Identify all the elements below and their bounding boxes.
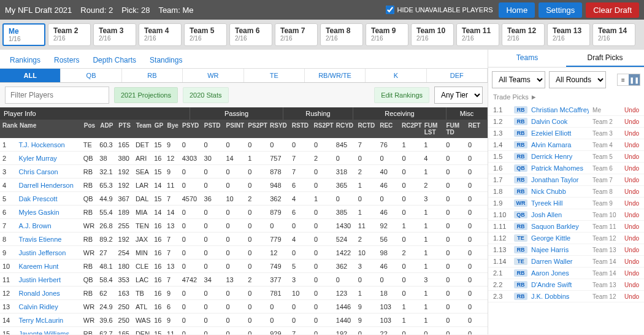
player-name[interactable]: Travis Etienne bbox=[17, 236, 81, 243]
col-header[interactable]: FUM LST bbox=[422, 120, 444, 138]
col-header[interactable]: FUM TD bbox=[443, 120, 466, 138]
player-name[interactable]: Dak Prescott bbox=[17, 195, 81, 202]
hide-unavailable-input[interactable] bbox=[386, 6, 394, 14]
clear-draft-button[interactable]: Clear Draft bbox=[586, 2, 639, 18]
draft-pick-row[interactable]: 1.11 RB Saquon Barkley Team 11 Undo bbox=[488, 221, 644, 233]
draft-pick-row[interactable]: 2.2 RB D'Andre Swift Team 13 Undo bbox=[488, 279, 644, 291]
view-grid-icon[interactable]: ❚❚ bbox=[629, 74, 640, 85]
draft-pick-row[interactable]: 1.6 QB Patrick Mahomes Team 6 Undo bbox=[488, 163, 644, 174]
team-card[interactable]: Team 22/16 bbox=[48, 23, 91, 46]
col-header[interactable]: PSYD bbox=[180, 120, 202, 138]
trade-picks-link[interactable]: Trade Picks ► bbox=[488, 92, 644, 104]
player-name[interactable]: T.J. Hockenson bbox=[17, 141, 81, 148]
col-header[interactable]: PSTD bbox=[202, 120, 224, 138]
nav-tab[interactable]: Standings bbox=[148, 53, 183, 68]
undo-link[interactable]: Undo bbox=[624, 142, 639, 148]
col-header[interactable]: ADP bbox=[98, 120, 116, 138]
pick-player-name[interactable]: Najee Harris bbox=[531, 246, 589, 253]
all-teams-select[interactable]: All Teams bbox=[492, 71, 545, 88]
player-name[interactable]: Justin Jefferson bbox=[17, 249, 81, 256]
col-header[interactable]: PSINT bbox=[224, 120, 246, 138]
player-name[interactable]: Ronald Jones bbox=[17, 290, 81, 297]
pick-player-name[interactable]: George Kittle bbox=[531, 234, 589, 242]
table-row[interactable]: 13Calvin RidleyWR24.9250ATL1660000000144… bbox=[0, 300, 488, 314]
team-card[interactable]: Team 42/16 bbox=[139, 23, 182, 46]
pick-player-name[interactable]: Christian McCaffrey bbox=[531, 106, 589, 114]
tier-select[interactable]: Any Tier bbox=[434, 87, 483, 104]
hide-unavailable-checkbox[interactable]: HIDE UNAVAILABLE PLAYERS bbox=[386, 6, 493, 14]
settings-button[interactable]: Settings bbox=[539, 2, 582, 18]
draft-pick-row[interactable]: 1.9 WR Tyreek Hill Team 9 Undo bbox=[488, 198, 644, 209]
pick-player-name[interactable]: Dalvin Cook bbox=[531, 118, 589, 125]
pick-player-name[interactable]: Jonathan Taylor bbox=[531, 176, 589, 183]
undo-link[interactable]: Undo bbox=[624, 247, 639, 253]
undo-link[interactable]: Undo bbox=[624, 258, 639, 265]
draft-pick-row[interactable]: 1.2 RB Dalvin Cook Team 2 Undo bbox=[488, 116, 644, 128]
tab-draft-picks[interactable]: Draft Picks bbox=[566, 50, 644, 67]
player-name[interactable]: Darrell Henderson bbox=[17, 182, 81, 189]
team-card[interactable]: Team 102/16 bbox=[411, 23, 454, 46]
team-card[interactable]: Team 112/16 bbox=[456, 23, 499, 46]
player-name[interactable]: A.J. Brown bbox=[17, 222, 81, 229]
undo-link[interactable]: Undo bbox=[624, 235, 639, 242]
table-row[interactable]: 14Terry McLaurinWR39.6250WAS169000000014… bbox=[0, 314, 488, 327]
draft-pick-row[interactable]: 1.1 RB Christian McCaffrey Me Undo bbox=[488, 104, 644, 116]
undo-link[interactable]: Undo bbox=[624, 177, 639, 183]
team-card[interactable]: Team 122/16 bbox=[502, 23, 545, 46]
col-header[interactable]: PS2PT bbox=[245, 120, 267, 138]
col-header[interactable]: RS2PT bbox=[312, 120, 334, 138]
team-card[interactable]: Team 82/16 bbox=[320, 23, 363, 46]
col-header[interactable]: Team bbox=[134, 120, 152, 138]
table-row[interactable]: 4Darrell HendersonRB65.3192LAR1411000094… bbox=[0, 179, 488, 192]
position-tab[interactable]: RB bbox=[122, 69, 183, 82]
undo-link[interactable]: Undo bbox=[624, 270, 639, 277]
team-card[interactable]: Team 72/16 bbox=[275, 23, 318, 46]
undo-link[interactable]: Undo bbox=[624, 293, 639, 300]
undo-link[interactable]: Undo bbox=[624, 130, 639, 137]
draft-pick-row[interactable]: 1.12 TE George Kittle Team 12 Undo bbox=[488, 233, 644, 244]
table-row[interactable]: 2Kyler MurrayQB38380ARI16124303301417577… bbox=[0, 152, 488, 165]
draft-pick-row[interactable]: 1.3 RB Ezekiel Elliott Team 3 Undo bbox=[488, 128, 644, 139]
table-row[interactable]: 11Justin HerbertQB58.4353LAC167474234132… bbox=[0, 273, 488, 287]
player-name[interactable]: Calvin Ridley bbox=[17, 303, 81, 310]
table-row[interactable]: 10Kareem HuntRB48.1180CLE161300007495036… bbox=[0, 260, 488, 273]
col-header[interactable]: RET bbox=[466, 120, 488, 138]
view-toggle[interactable]: ≡ ❚❚ bbox=[617, 74, 640, 86]
col-header[interactable]: Name bbox=[17, 120, 82, 138]
team-card[interactable]: Team 52/16 bbox=[184, 23, 227, 46]
player-name[interactable]: Justin Herbert bbox=[17, 276, 81, 283]
pick-player-name[interactable]: D'Andre Swift bbox=[531, 281, 589, 288]
player-name[interactable]: Terry McLaurin bbox=[17, 317, 81, 324]
view-list-icon[interactable]: ≡ bbox=[618, 74, 629, 85]
pick-player-name[interactable]: Saquon Barkley bbox=[531, 223, 589, 230]
pick-player-name[interactable]: Darren Waller bbox=[531, 258, 589, 265]
pick-player-name[interactable]: Nick Chubb bbox=[531, 188, 589, 195]
position-tab[interactable]: WR bbox=[183, 69, 243, 82]
undo-link[interactable]: Undo bbox=[624, 212, 639, 218]
player-name[interactable]: Chris Carson bbox=[17, 168, 81, 175]
player-name[interactable]: Kyler Murray bbox=[17, 155, 81, 162]
col-header[interactable]: Rank bbox=[0, 120, 17, 138]
draft-pick-row[interactable]: 1.10 QB Josh Allen Team 10 Undo bbox=[488, 209, 644, 221]
draft-picks-list[interactable]: 1.1 RB Christian McCaffrey Me Undo1.2 RB… bbox=[488, 104, 644, 334]
draft-pick-row[interactable]: 1.4 RB Alvin Kamara Team 4 Undo bbox=[488, 139, 644, 151]
position-tab[interactable]: RB/WR/TE bbox=[305, 69, 366, 82]
position-tab[interactable]: TE bbox=[244, 69, 305, 82]
edit-rankings-button[interactable]: Edit Rankings bbox=[374, 87, 429, 103]
player-name[interactable]: Kareem Hunt bbox=[17, 263, 81, 270]
team-card[interactable]: Team 132/16 bbox=[547, 23, 590, 46]
draft-pick-row[interactable]: 1.5 RB Derrick Henry Team 5 Undo bbox=[488, 151, 644, 163]
draft-pick-row[interactable]: 2.1 RB Aaron Jones Team 14 Undo bbox=[488, 268, 644, 279]
pick-player-name[interactable]: Alvin Kamara bbox=[531, 141, 589, 148]
team-card[interactable]: Team 92/16 bbox=[366, 23, 408, 46]
players-table-body[interactable]: 1T.J. HockensonTE60.3165DET1590000000845… bbox=[0, 138, 488, 334]
tab-teams[interactable]: Teams bbox=[488, 50, 566, 67]
undo-link[interactable]: Undo bbox=[624, 118, 639, 125]
nav-tab[interactable]: Rosters bbox=[53, 53, 80, 68]
pick-player-name[interactable]: Patrick Mahomes bbox=[531, 164, 589, 172]
col-header[interactable]: Pos bbox=[82, 120, 98, 138]
team-card[interactable]: Team 62/16 bbox=[229, 23, 272, 46]
table-row[interactable]: 9Justin JeffersonWR27254MIN1670000120014… bbox=[0, 246, 488, 260]
table-row[interactable]: 8Travis EtienneRB89.2192JAX1670000779405… bbox=[0, 233, 488, 246]
undo-link[interactable]: Undo bbox=[624, 282, 639, 288]
